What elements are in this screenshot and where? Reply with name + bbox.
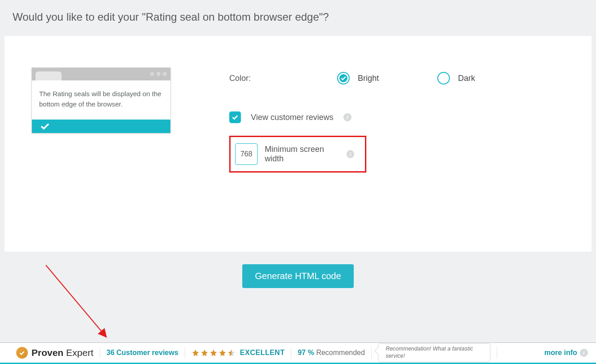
info-icon[interactable]: i: [347, 150, 354, 158]
radio-indicator-icon: [437, 72, 450, 84]
brand-logo[interactable]: Proven Expert: [16, 347, 93, 359]
radio-indicator-icon: [337, 72, 350, 84]
more-info-label: more info: [544, 349, 577, 357]
min-width-label: Minimum screen width: [265, 145, 339, 164]
min-width-row: Minimum screen width i: [229, 136, 366, 173]
divider: [497, 347, 497, 359]
more-info-link[interactable]: more info i: [544, 349, 588, 357]
color-radio-group: Bright Dark: [337, 72, 475, 84]
preview-column: The Rating seals will be displayed on th…: [31, 67, 175, 216]
testimonial-bubble: Recommendation! What a fantastic service…: [378, 343, 490, 362]
page-header: Would you like to edit your "Rating seal…: [0, 0, 596, 36]
preview-seal-bar: [32, 120, 170, 133]
rating-label: EXCELLENT: [240, 349, 285, 357]
browser-preview: The Rating seals will be displayed on th…: [31, 67, 171, 133]
generate-button[interactable]: Generate HTML code: [242, 264, 354, 288]
checkmark-icon: [40, 123, 50, 130]
window-controls-icon: [150, 72, 167, 76]
settings-panel: The Rating seals will be displayed on th…: [4, 36, 592, 252]
view-reviews-row: View customer reviews i: [229, 111, 565, 123]
star-rating: EXCELLENT: [191, 349, 285, 357]
page-title: Would you like to edit your "Rating seal…: [13, 11, 583, 23]
settings-column: Color: Bright Dark View custo: [229, 67, 565, 216]
browser-chrome: [32, 68, 170, 80]
action-panel: Generate HTML code: [4, 252, 592, 301]
recommended-text: 97 % Recommended: [298, 349, 365, 357]
color-setting-row: Color: Bright Dark: [229, 72, 565, 84]
radio-dark-label: Dark: [458, 74, 475, 83]
divider: [185, 347, 185, 359]
info-icon: i: [580, 349, 588, 357]
radio-dark[interactable]: Dark: [437, 72, 475, 84]
browser-tab-shape: [36, 71, 62, 80]
min-width-input[interactable]: [235, 143, 258, 165]
view-reviews-label: View customer reviews: [251, 113, 334, 122]
divider: [100, 347, 100, 359]
view-reviews-checkbox[interactable]: [229, 111, 241, 123]
stars-icon: [191, 349, 236, 357]
checkmark-icon: [231, 115, 239, 120]
divider: [291, 347, 291, 359]
brand-text: Proven Expert: [31, 347, 93, 358]
brand-badge-icon: [16, 347, 28, 359]
divider: [371, 347, 372, 359]
radio-bright[interactable]: Bright: [337, 72, 379, 84]
radio-bright-label: Bright: [358, 74, 379, 83]
preview-text: The Rating seals will be displayed on th…: [32, 80, 170, 120]
rating-seal-bar: Proven Expert 36 Customer reviews EXCELL…: [0, 342, 596, 364]
info-icon[interactable]: i: [343, 113, 351, 121]
color-label: Color:: [229, 74, 319, 83]
reviews-link[interactable]: 36 Customer reviews: [107, 349, 178, 357]
